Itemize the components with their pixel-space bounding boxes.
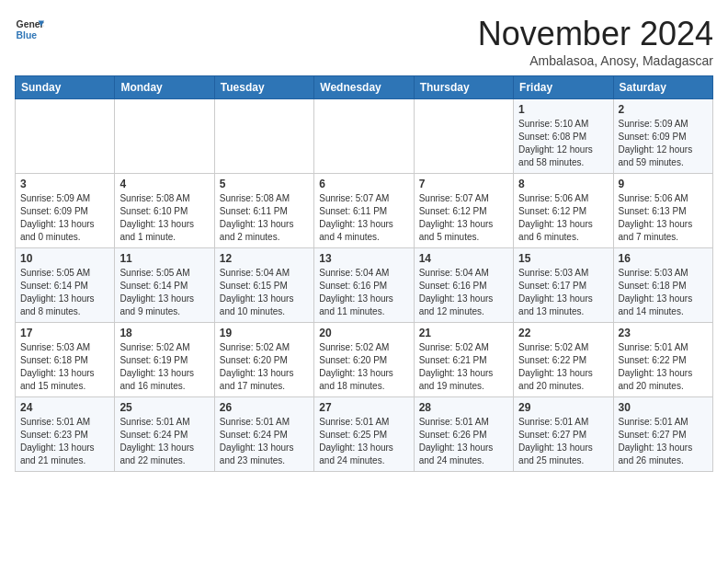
day-number: 8	[518, 178, 608, 190]
cell-content: Sunrise: 5:07 AM Sunset: 6:12 PM Dayligh…	[419, 192, 508, 244]
day-number: 29	[518, 401, 608, 414]
day-number: 22	[518, 327, 608, 339]
cell-content: Sunrise: 5:07 AM Sunset: 6:11 PM Dayligh…	[319, 192, 408, 244]
day-number: 4	[119, 178, 209, 190]
day-number: 28	[419, 401, 508, 414]
day-number: 7	[419, 178, 508, 190]
calendar-cell: 18Sunrise: 5:02 AM Sunset: 6:19 PM Dayli…	[115, 323, 214, 397]
calendar-cell: 3Sunrise: 5:09 AM Sunset: 6:09 PM Daylig…	[16, 174, 115, 248]
title-block: November 2024 Ambalasoa, Anosy, Madagasc…	[478, 15, 713, 68]
calendar-cell: 20Sunrise: 5:02 AM Sunset: 6:20 PM Dayli…	[314, 323, 414, 397]
cell-content: Sunrise: 5:04 AM Sunset: 6:16 PM Dayligh…	[319, 267, 408, 318]
day-number: 21	[419, 327, 508, 339]
calendar-cell: 8Sunrise: 5:06 AM Sunset: 6:12 PM Daylig…	[514, 174, 613, 248]
location: Ambalasoa, Anosy, Madagascar	[478, 53, 713, 68]
cell-content: Sunrise: 5:08 AM Sunset: 6:11 PM Dayligh…	[220, 192, 309, 244]
day-number: 9	[619, 178, 708, 190]
calendar-cell: 6Sunrise: 5:07 AM Sunset: 6:11 PM Daylig…	[314, 174, 414, 248]
day-header-friday: Friday	[514, 76, 613, 99]
day-number: 17	[20, 327, 109, 339]
calendar-cell: 12Sunrise: 5:04 AM Sunset: 6:15 PM Dayli…	[214, 248, 313, 323]
day-number: 18	[119, 327, 209, 339]
cell-content: Sunrise: 5:01 AM Sunset: 6:25 PM Dayligh…	[319, 416, 408, 467]
calendar-cell: 29Sunrise: 5:01 AM Sunset: 6:27 PM Dayli…	[514, 397, 613, 472]
calendar-week-5: 24Sunrise: 5:01 AM Sunset: 6:23 PM Dayli…	[16, 397, 713, 472]
logo-icon: General Blue	[15, 15, 44, 44]
calendar-cell: 14Sunrise: 5:04 AM Sunset: 6:16 PM Dayli…	[414, 248, 513, 323]
month-title: November 2024	[478, 15, 713, 53]
day-number: 10	[20, 252, 109, 265]
day-number: 1	[518, 103, 608, 116]
day-number: 27	[319, 401, 408, 414]
cell-content: Sunrise: 5:09 AM Sunset: 6:09 PM Dayligh…	[619, 118, 708, 169]
day-header-wednesday: Wednesday	[314, 76, 414, 99]
cell-content: Sunrise: 5:01 AM Sunset: 6:24 PM Dayligh…	[220, 416, 309, 467]
cell-content: Sunrise: 5:06 AM Sunset: 6:12 PM Dayligh…	[518, 192, 608, 244]
cell-content: Sunrise: 5:10 AM Sunset: 6:08 PM Dayligh…	[518, 118, 608, 169]
cell-content: Sunrise: 5:01 AM Sunset: 6:24 PM Dayligh…	[119, 416, 209, 467]
day-number: 26	[220, 401, 309, 414]
day-number: 2	[619, 103, 708, 116]
day-number: 6	[319, 178, 408, 190]
cell-content: Sunrise: 5:04 AM Sunset: 6:15 PM Dayligh…	[220, 267, 309, 318]
calendar-cell: 19Sunrise: 5:02 AM Sunset: 6:20 PM Dayli…	[214, 323, 313, 397]
day-number: 25	[119, 401, 209, 414]
day-number: 11	[119, 252, 209, 265]
cell-content: Sunrise: 5:01 AM Sunset: 6:27 PM Dayligh…	[619, 416, 708, 467]
page-header: General Blue November 2024 Ambalasoa, An…	[15, 15, 713, 68]
day-number: 5	[220, 178, 309, 190]
cell-content: Sunrise: 5:08 AM Sunset: 6:10 PM Dayligh…	[119, 192, 209, 244]
day-header-saturday: Saturday	[613, 76, 712, 99]
day-header-thursday: Thursday	[414, 76, 513, 99]
calendar-header-row: SundayMondayTuesdayWednesdayThursdayFrid…	[16, 76, 713, 99]
calendar-cell: 7Sunrise: 5:07 AM Sunset: 6:12 PM Daylig…	[414, 174, 513, 248]
day-number: 3	[20, 178, 109, 190]
calendar-cell: 22Sunrise: 5:02 AM Sunset: 6:22 PM Dayli…	[514, 323, 613, 397]
calendar-cell: 15Sunrise: 5:03 AM Sunset: 6:17 PM Dayli…	[514, 248, 613, 323]
cell-content: Sunrise: 5:03 AM Sunset: 6:18 PM Dayligh…	[619, 267, 708, 318]
calendar-cell	[314, 99, 414, 174]
day-number: 30	[619, 401, 708, 414]
calendar-cell	[16, 99, 115, 174]
cell-content: Sunrise: 5:01 AM Sunset: 6:23 PM Dayligh…	[20, 416, 109, 467]
calendar-cell: 2Sunrise: 5:09 AM Sunset: 6:09 PM Daylig…	[613, 99, 712, 174]
calendar-cell: 17Sunrise: 5:03 AM Sunset: 6:18 PM Dayli…	[16, 323, 115, 397]
day-number: 24	[20, 401, 109, 414]
day-number: 12	[220, 252, 309, 265]
cell-content: Sunrise: 5:03 AM Sunset: 6:18 PM Dayligh…	[20, 341, 109, 393]
calendar-cell: 21Sunrise: 5:02 AM Sunset: 6:21 PM Dayli…	[414, 323, 513, 397]
calendar-cell: 23Sunrise: 5:01 AM Sunset: 6:22 PM Dayli…	[613, 323, 712, 397]
calendar-cell: 9Sunrise: 5:06 AM Sunset: 6:13 PM Daylig…	[613, 174, 712, 248]
calendar-cell: 16Sunrise: 5:03 AM Sunset: 6:18 PM Dayli…	[613, 248, 712, 323]
calendar-cell: 5Sunrise: 5:08 AM Sunset: 6:11 PM Daylig…	[214, 174, 313, 248]
cell-content: Sunrise: 5:05 AM Sunset: 6:14 PM Dayligh…	[20, 267, 109, 318]
day-number: 13	[319, 252, 408, 265]
calendar-cell: 11Sunrise: 5:05 AM Sunset: 6:14 PM Dayli…	[115, 248, 214, 323]
day-header-monday: Monday	[115, 76, 214, 99]
day-number: 23	[619, 327, 708, 339]
calendar-cell: 28Sunrise: 5:01 AM Sunset: 6:26 PM Dayli…	[414, 397, 513, 472]
cell-content: Sunrise: 5:01 AM Sunset: 6:26 PM Dayligh…	[419, 416, 508, 467]
cell-content: Sunrise: 5:05 AM Sunset: 6:14 PM Dayligh…	[119, 267, 209, 318]
cell-content: Sunrise: 5:02 AM Sunset: 6:19 PM Dayligh…	[119, 341, 209, 393]
day-number: 15	[518, 252, 608, 265]
calendar-table: SundayMondayTuesdayWednesdayThursdayFrid…	[15, 75, 713, 472]
cell-content: Sunrise: 5:04 AM Sunset: 6:16 PM Dayligh…	[419, 267, 508, 318]
calendar-cell: 1Sunrise: 5:10 AM Sunset: 6:08 PM Daylig…	[514, 99, 613, 174]
cell-content: Sunrise: 5:09 AM Sunset: 6:09 PM Dayligh…	[20, 192, 109, 244]
cell-content: Sunrise: 5:02 AM Sunset: 6:20 PM Dayligh…	[220, 341, 309, 393]
logo: General Blue	[15, 15, 44, 44]
day-number: 20	[319, 327, 408, 339]
day-number: 16	[619, 252, 708, 265]
calendar-week-2: 3Sunrise: 5:09 AM Sunset: 6:09 PM Daylig…	[16, 174, 713, 248]
day-number: 19	[220, 327, 309, 339]
cell-content: Sunrise: 5:02 AM Sunset: 6:20 PM Dayligh…	[319, 341, 408, 393]
calendar-cell	[115, 99, 214, 174]
svg-text:Blue: Blue	[17, 30, 38, 40]
day-header-tuesday: Tuesday	[214, 76, 313, 99]
cell-content: Sunrise: 5:01 AM Sunset: 6:27 PM Dayligh…	[518, 416, 608, 467]
calendar-cell: 30Sunrise: 5:01 AM Sunset: 6:27 PM Dayli…	[613, 397, 712, 472]
calendar-cell: 25Sunrise: 5:01 AM Sunset: 6:24 PM Dayli…	[115, 397, 214, 472]
calendar-cell: 10Sunrise: 5:05 AM Sunset: 6:14 PM Dayli…	[16, 248, 115, 323]
calendar-week-3: 10Sunrise: 5:05 AM Sunset: 6:14 PM Dayli…	[16, 248, 713, 323]
